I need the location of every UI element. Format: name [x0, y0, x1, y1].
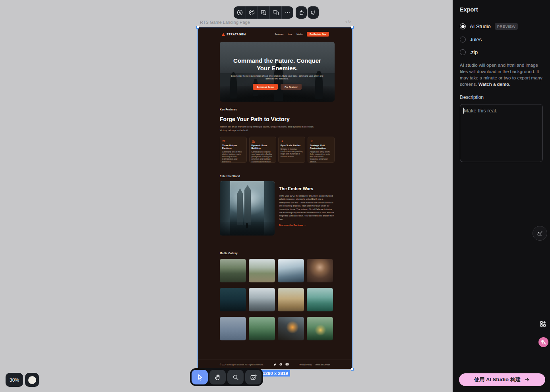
- palette-icon: [248, 9, 255, 16]
- nav-preregister-button[interactable]: Pre-Register Now: [307, 32, 329, 37]
- assistant-button[interactable]: [533, 226, 547, 241]
- more-button[interactable]: [281, 6, 293, 19]
- arrow-right-icon: [524, 377, 530, 382]
- palette-button[interactable]: [246, 6, 258, 19]
- zoom-tool-button[interactable]: [227, 370, 244, 384]
- gallery-item-frontier-house[interactable]: [278, 288, 304, 311]
- add-frame-button[interactable]: [258, 6, 269, 19]
- gallery-item-watchtower[interactable]: [307, 288, 333, 311]
- gallery-item-forest-shrine[interactable]: [307, 317, 333, 340]
- hand-icon: [214, 374, 221, 381]
- selection-handle[interactable]: [196, 26, 199, 29]
- image-tool-button[interactable]: [245, 370, 261, 384]
- download-demo-button[interactable]: Download Demo: [253, 84, 278, 90]
- thumbs-down-button[interactable]: [308, 6, 319, 19]
- selection-handle[interactable]: [351, 26, 354, 29]
- search-icon: [232, 374, 239, 381]
- devices-button[interactable]: [269, 6, 281, 19]
- discover-factions-link[interactable]: Discover the Factions →: [279, 224, 335, 226]
- gallery-item-jungle-turret[interactable]: [249, 317, 275, 340]
- description-input[interactable]: [460, 104, 543, 162]
- gallery-item-battle-mech[interactable]: [249, 288, 275, 311]
- feature-card-title: Epic-Scale Battles: [281, 144, 303, 147]
- export-option-jules[interactable]: Jules: [460, 37, 544, 42]
- privacy-policy-link[interactable]: Privacy Policy: [299, 363, 312, 366]
- thumbs-up-button[interactable]: [296, 6, 307, 19]
- nav-link-media[interactable]: Media: [296, 33, 302, 35]
- theme-swatch-button[interactable]: [25, 373, 39, 387]
- customization-icon: [310, 139, 332, 143]
- features-section: Key Features Forge Your Path to Victory …: [220, 108, 335, 163]
- selection-handle[interactable]: [351, 368, 354, 371]
- export-option-ai-studio[interactable]: AI Studio PREVIEW: [460, 23, 544, 30]
- radio-icon[interactable]: [460, 37, 466, 42]
- frame-title[interactable]: RTS Game Landing Page: [200, 20, 250, 25]
- features-heading: Forge Your Path to Victory: [220, 116, 335, 122]
- nav-link-lore[interactable]: Lore: [288, 33, 292, 35]
- gallery-item-ice-canyon[interactable]: [278, 259, 304, 282]
- gallery-label: Media Gallery: [220, 252, 335, 255]
- feature-card[interactable]: Strategic Unit Customization Adapt your …: [308, 137, 335, 163]
- code-icon[interactable]: </>: [345, 20, 352, 24]
- feature-card-body: Command one of three distinct factions, …: [222, 151, 244, 163]
- nav-link-features[interactable]: Features: [275, 33, 284, 35]
- gallery-item-ruins-village[interactable]: [249, 259, 275, 282]
- radio-selected-icon[interactable]: [460, 23, 466, 29]
- copyright-text: © 2024 Stratagem Studios. All Rights Res…: [220, 363, 264, 366]
- hand-tool-button[interactable]: [209, 370, 226, 384]
- ember-wars-image: [220, 181, 275, 236]
- translate-button[interactable]: [538, 337, 548, 347]
- base-building-icon: [252, 139, 274, 143]
- feature-card[interactable]: Dynamic Base Building Construct and expa…: [249, 137, 276, 163]
- lone-figure: [246, 223, 248, 228]
- gallery-item-recon-drone[interactable]: [220, 317, 246, 340]
- site-footer: © 2024 Stratagem Studios. All Rights Res…: [198, 359, 352, 366]
- more-icon: [284, 9, 291, 16]
- radio-icon[interactable]: [460, 49, 466, 55]
- nav-links: Features Lore Media Pre-Register Now: [275, 32, 329, 37]
- world-section: Enter the World The Ember Wars In the ye…: [220, 175, 335, 236]
- add-to-dashboard-button[interactable]: [539, 320, 547, 328]
- gallery-item-tank-forest[interactable]: [220, 259, 246, 282]
- zoom-level-button[interactable]: 30%: [6, 373, 23, 387]
- add-frame-icon: [260, 9, 267, 16]
- translate-icon: [540, 339, 547, 346]
- terms-link[interactable]: Terms of Service: [315, 363, 330, 366]
- site-logo: STRATAGEM: [222, 33, 246, 36]
- watch-demo-link[interactable]: Watch a demo.: [478, 82, 511, 87]
- gallery-item-night-base[interactable]: [220, 288, 246, 311]
- color-swatch: [28, 376, 36, 384]
- feature-card-body: Adapt your army on the fly by customizin…: [310, 151, 332, 163]
- gallery-item-burning-street[interactable]: [278, 317, 304, 340]
- preview-badge: PREVIEW: [495, 23, 518, 30]
- export-info-text: AI studio will open and html and image f…: [460, 62, 544, 87]
- feedback-group: [296, 6, 319, 19]
- grid-plus-icon: [539, 320, 547, 328]
- youtube-icon[interactable]: [285, 363, 289, 366]
- artboard-rts-landing[interactable]: STRATAGEM Features Lore Media Pre-Regist…: [198, 27, 352, 369]
- twitter-icon[interactable]: [273, 363, 276, 366]
- gallery-item-commander-portrait[interactable]: [307, 259, 333, 282]
- facebook-icon[interactable]: [279, 363, 282, 366]
- features-label: Key Features: [220, 108, 335, 111]
- export-panel: Export AI Studio PREVIEW Jules .zip AI s…: [453, 0, 550, 392]
- devices-icon: [272, 9, 279, 16]
- logo-text: STRATAGEM: [227, 33, 246, 36]
- landing-page-preview: STRATAGEM Features Lore Media Pre-Regist…: [198, 27, 352, 369]
- text-caret: [463, 108, 464, 114]
- feature-card-title: Three Unique Factions: [222, 144, 244, 150]
- image-add-icon: [250, 374, 257, 381]
- theme-button[interactable]: [234, 6, 246, 19]
- export-title: Export: [460, 6, 544, 13]
- thumbs-up-icon: [298, 10, 304, 16]
- build-with-ai-studio-button[interactable]: 使用 AI Studio 构建: [459, 373, 545, 386]
- thumbs-down-icon: [310, 10, 316, 16]
- feature-card[interactable]: Epic-Scale Battles Engage in massive con…: [278, 137, 305, 163]
- feature-card-body: Construct and expand your base with a fl…: [252, 151, 274, 163]
- preregister-button[interactable]: Pre-Register: [281, 84, 302, 90]
- export-option-zip[interactable]: .zip: [460, 49, 544, 55]
- select-tool-button[interactable]: [192, 370, 208, 384]
- feature-card[interactable]: Three Unique Factions Command one of thr…: [220, 137, 247, 163]
- selection-dimensions-label: 1280 x 2819: [261, 370, 290, 377]
- hero-title: Command the Future. Conquer Your Enemies…: [226, 57, 328, 72]
